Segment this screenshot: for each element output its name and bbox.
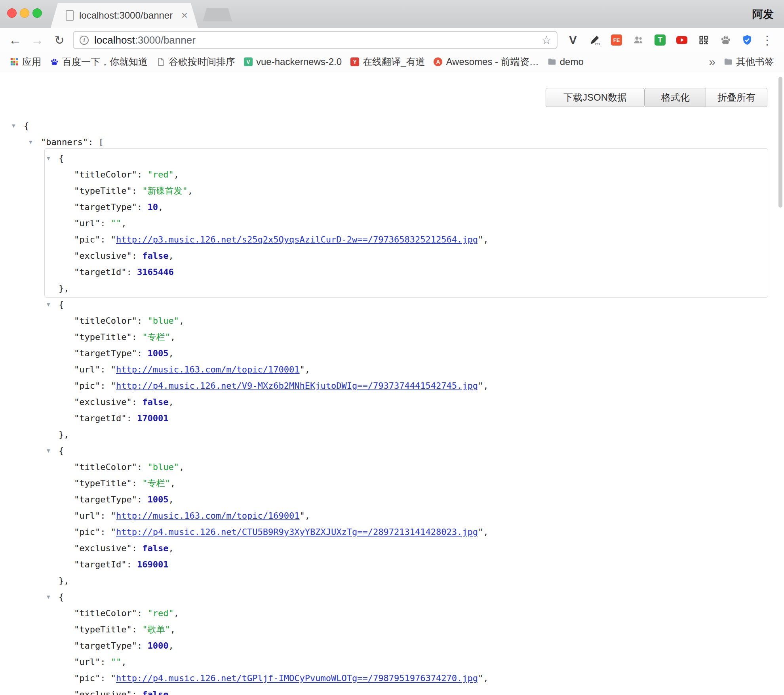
json-key: "pic" <box>74 381 100 391</box>
format-button[interactable]: 格式化 <box>645 88 706 107</box>
json-punct: : <box>137 202 148 212</box>
t-shield-icon[interactable]: T <box>654 34 666 46</box>
json-punct: , <box>158 202 163 212</box>
bookmark-vue-hackernews[interactable]: V vue-hackernews-2.0 <box>240 55 346 69</box>
json-key: "titleColor" <box>74 170 137 179</box>
json-punct: }, <box>59 283 69 293</box>
json-key: "targetId" <box>74 267 126 277</box>
qrcode-icon[interactable] <box>698 34 710 46</box>
bookmarks-bar: 应用 百度一下，你就知道 谷歌按时间排序 V vue-hackernews-2.… <box>0 52 784 71</box>
baidu-paw-icon <box>50 57 59 66</box>
json-number: 170001 <box>137 413 168 423</box>
paw-icon[interactable] <box>719 34 731 46</box>
json-punct: , <box>170 332 175 342</box>
browser-toolbar: ← → ↻ i localhost:3000/banner ☆ V en FE … <box>0 28 784 52</box>
fehelper-icon[interactable]: FE <box>611 34 622 46</box>
json-key: "typeTitle" <box>74 624 132 634</box>
json-property: "exclusive": false, <box>0 540 784 556</box>
json-number: 1005 <box>147 348 168 358</box>
bookmark-label: 百度一下，你就知道 <box>62 55 148 68</box>
json-property: "targetId": 3165446 <box>0 264 784 280</box>
json-property: "exclusive": false <box>0 686 784 695</box>
collapse-toggle-icon[interactable]: ▼ <box>47 296 59 313</box>
youtube-icon[interactable] <box>676 34 688 46</box>
bookmark-google-sort[interactable]: 谷歌按时间排序 <box>152 54 240 69</box>
other-bookmarks[interactable]: 其他书签 <box>719 54 778 69</box>
json-url-link[interactable]: http://p4.music.126.net/V9-MXz6b2MNhEKju… <box>116 381 478 391</box>
json-url-link[interactable]: http://music.163.com/m/topic/170001 <box>116 365 300 374</box>
json-punct: , <box>168 397 173 407</box>
bookmarks-overflow-chevron[interactable]: » <box>705 55 719 69</box>
json-property: "pic": "http://p4.music.126.net/CTU5B9R9… <box>0 524 784 540</box>
collapse-toggle-icon[interactable]: ▼ <box>12 118 24 134</box>
json-punct: , <box>174 170 179 179</box>
json-string: "新碟首发" <box>142 186 188 196</box>
json-key: "url" <box>74 511 100 521</box>
svg-text:en: en <box>595 41 600 46</box>
bookmark-apps[interactable]: 应用 <box>6 54 46 69</box>
json-punct: , <box>483 235 488 244</box>
bookmark-awesomes[interactable]: A Awesomes - 前端资… <box>429 54 543 69</box>
collapse-toggle-icon[interactable]: ▼ <box>29 134 41 150</box>
back-button[interactable]: ← <box>4 32 26 48</box>
minimize-window-button[interactable] <box>20 8 29 18</box>
browser-tab[interactable]: localhost:3000/banner × <box>51 3 198 28</box>
json-boolean: false <box>142 251 168 261</box>
json-punct: { <box>59 153 64 163</box>
people-icon[interactable] <box>632 34 644 46</box>
json-punct: " <box>111 673 116 683</box>
json-string: "专栏" <box>142 478 170 488</box>
json-url-link[interactable]: http://p3.music.126.net/s25q2x5QyqsAzilC… <box>116 235 478 244</box>
collapse-all-button[interactable]: 折叠所有 <box>706 88 767 107</box>
bookmark-demo-folder[interactable]: demo <box>543 55 588 69</box>
json-key: "exclusive" <box>74 689 132 695</box>
new-tab-button[interactable] <box>203 8 232 21</box>
close-window-button[interactable] <box>7 8 17 18</box>
json-punct: : <box>100 235 111 244</box>
shield-check-icon[interactable] <box>741 34 753 46</box>
json-key: "url" <box>74 218 100 228</box>
profile-name[interactable]: 阿发 <box>752 7 774 21</box>
json-punct: , <box>168 543 173 553</box>
json-url-link[interactable]: http://music.163.com/m/topic/169001 <box>116 511 300 521</box>
json-boolean: false <box>142 543 168 553</box>
json-property: "typeTitle": "专栏", <box>0 329 784 345</box>
tab-strip: localhost:3000/banner × 阿发 <box>0 0 784 28</box>
page-info-icon[interactable]: i <box>80 36 89 45</box>
bookmark-youdao[interactable]: Y 在线翻译_有道 <box>346 54 429 69</box>
json-key: "titleColor" <box>74 462 137 472</box>
json-key: "pic" <box>74 527 100 537</box>
json-object-close: }, <box>0 280 784 296</box>
bookmark-baidu[interactable]: 百度一下，你就知道 <box>46 54 152 69</box>
collapse-toggle-icon[interactable]: ▼ <box>47 443 59 459</box>
json-punct: : <box>137 495 148 504</box>
scrollbar[interactable] <box>778 77 782 208</box>
translate-pen-icon[interactable]: en <box>589 34 601 46</box>
json-punct: : <box>126 559 137 569</box>
v-extension-icon[interactable]: V <box>567 34 579 46</box>
json-object-close: }, <box>0 426 784 443</box>
bookmark-star-icon[interactable]: ☆ <box>541 33 552 47</box>
json-object-close: }, <box>0 573 784 589</box>
json-key: "targetType" <box>74 348 137 358</box>
download-json-button[interactable]: 下载JSON数据 <box>546 88 645 107</box>
address-bar[interactable]: i localhost:3000/banner ☆ <box>73 31 558 49</box>
maximize-window-button[interactable] <box>32 8 42 18</box>
reload-button[interactable]: ↻ <box>48 33 70 47</box>
json-punct: , <box>168 251 173 261</box>
json-number: 1000 <box>147 641 168 651</box>
json-string: "red" <box>147 608 173 618</box>
collapse-toggle-icon[interactable]: ▼ <box>47 150 59 166</box>
json-property: "targetType": 1000, <box>0 638 784 654</box>
forward-button[interactable]: → <box>26 32 48 48</box>
json-boolean: false <box>142 397 168 407</box>
json-object-open: ▼{ <box>0 589 784 605</box>
json-punct: }, <box>59 430 69 439</box>
json-url-link[interactable]: http://p4.music.126.net/tGPljf-IMOCyPvum… <box>116 673 478 683</box>
collapse-toggle-icon[interactable]: ▼ <box>47 589 59 605</box>
json-property: "url": "", <box>0 215 784 231</box>
browser-menu-icon[interactable]: ⋮ <box>761 33 773 48</box>
json-punct: , <box>168 641 173 651</box>
close-tab-icon[interactable]: × <box>181 10 188 21</box>
json-url-link[interactable]: http://p4.music.126.net/CTU5B9R9y3XyYBZX… <box>116 527 478 537</box>
